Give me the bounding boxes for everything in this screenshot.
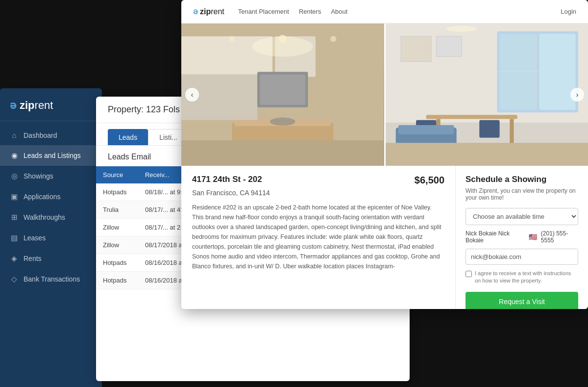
rents-icon: ◈ (10, 254, 19, 263)
bank-icon: ◇ (10, 275, 19, 284)
living-img-bg (386, 24, 588, 166)
svg-point-31 (446, 26, 477, 31)
leads-icon: ◉ (10, 151, 19, 160)
walkthroughs-icon: ⊞ (10, 213, 19, 222)
sidebar-item-dashboard[interactable]: ⌂ Dashboard (0, 125, 102, 145)
sidebar-item-label: Applications (24, 193, 61, 201)
leases-icon: ▤ (10, 233, 19, 242)
agree-checkbox[interactable] (466, 271, 472, 277)
property-card: ə ziprent Tenant Placement Renters About… (181, 0, 588, 309)
ziprent-navbar: ə ziprent Tenant Placement Renters About… (181, 0, 588, 24)
svg-rect-21 (426, 115, 517, 119)
svg-rect-9 (181, 140, 384, 166)
showings-icon: ◎ (10, 172, 19, 181)
sidebar-item-label: Rents (24, 255, 42, 262)
property-details: 4171 24th St - 202 $6,500 San Francisco,… (181, 166, 456, 309)
sidebar-item-label: Leads and Listings (24, 152, 81, 159)
svg-rect-23 (510, 119, 514, 145)
sidebar: ə ziprent ⌂ Dashboard ◉ Leads and Listin… (0, 88, 102, 387)
sidebar-item-showings[interactable]: ◎ Showings (0, 166, 102, 186)
svg-rect-29 (401, 36, 431, 62)
nav-login[interactable]: Login (561, 8, 576, 15)
sidebar-item-walkthroughs[interactable]: ⊞ Walkthroughs (0, 207, 102, 228)
property-body: 4171 24th St - 202 $6,500 San Francisco,… (181, 166, 588, 309)
sidebar-logo: ə ziprent (0, 88, 102, 121)
contact-name: Nick Bokaie Nick Bokaie (466, 230, 525, 244)
agree-row: I agree to receive a text with instructi… (466, 270, 578, 285)
agree-label: I agree to receive a text with instructi… (475, 270, 578, 285)
nav-links: Tenant Placement Renters About (238, 8, 561, 15)
sidebar-item-label: Bank Transactions (24, 275, 80, 283)
kitchen-image (181, 24, 384, 166)
image-next-arrow[interactable]: › (570, 88, 584, 102)
applications-icon: ▣ (10, 192, 19, 201)
cell-source: Hotpads (96, 254, 138, 272)
dashboard-icon: ⌂ (10, 131, 19, 139)
property-images: ‹ › (181, 24, 588, 166)
sidebar-item-rents[interactable]: ◈ Rents (0, 248, 102, 269)
svg-rect-25 (479, 120, 499, 138)
ziprent-z: ə (193, 7, 198, 16)
living-room-image (386, 24, 588, 166)
sidebar-item-label: Walkthroughs (24, 213, 65, 221)
sidebar-item-bank-transactions[interactable]: ◇ Bank Transactions (0, 269, 102, 289)
ziprent-name: ziprent (200, 7, 224, 16)
request-visit-button[interactable]: Request a Visit (466, 292, 578, 309)
flag-icon: 🇺🇸 (529, 233, 537, 241)
sidebar-item-label: Leases (24, 234, 46, 242)
contact-phone: (201) 555-5555 (541, 230, 578, 244)
svg-rect-4 (260, 75, 305, 105)
sidebar-logo-text: ziprent (20, 99, 53, 112)
svg-point-13 (330, 36, 336, 42)
sidebar-item-label: Dashboard (24, 131, 57, 139)
svg-rect-28 (386, 143, 588, 166)
col-source: Source (96, 166, 138, 183)
address-price-row: 4171 24th St - 202 $6,500 (192, 175, 444, 186)
property-city: San Francisco, CA 94114 (192, 189, 444, 197)
sidebar-item-applications[interactable]: ▣ Applications (0, 186, 102, 207)
sidebar-item-leads-and-listings[interactable]: ◉ Leads and Listings (0, 145, 102, 166)
cell-source: Zillow (96, 219, 138, 236)
nav-about[interactable]: About (331, 8, 347, 15)
schedule-panel: Schedule a Showing With Ziprent, you can… (456, 166, 588, 309)
contact-email-display: nick@bokaie.com (466, 249, 578, 265)
svg-point-12 (229, 36, 235, 42)
nav-tenant-placement[interactable]: Tenant Placement (238, 8, 289, 15)
cell-source: Hotpads (96, 183, 138, 201)
cell-source: Hotpads (96, 272, 138, 289)
property-price: $6,500 (415, 175, 444, 186)
kitchen-img-bg (181, 24, 384, 166)
cell-source: Trulia (96, 201, 138, 219)
svg-rect-30 (436, 36, 462, 56)
sidebar-item-label: Showings (24, 172, 53, 180)
svg-point-7 (270, 118, 295, 126)
schedule-subtitle: With Ziprent, you can view the property … (466, 187, 578, 201)
sidebar-divider (0, 121, 102, 121)
property-address: 4171 24th St - 202 (192, 175, 262, 184)
nav-renters[interactable]: Renters (299, 8, 321, 15)
ziprent-logo: ə ziprent (193, 7, 224, 16)
sidebar-item-leases[interactable]: ▤ Leases (0, 228, 102, 248)
tab-leads[interactable]: Leads (108, 129, 148, 145)
svg-point-11 (278, 35, 287, 43)
svg-rect-27 (398, 125, 454, 134)
cell-source: Zillow (96, 236, 138, 254)
contact-row: Nick Bokaie Nick Bokaie 🇺🇸 (201) 555-555… (466, 230, 578, 244)
time-select[interactable]: Choose an available time (466, 208, 578, 225)
image-prev-arrow[interactable]: ‹ (185, 88, 199, 102)
schedule-title: Schedule a Showing (466, 175, 578, 184)
ziprent-z-icon: ə (10, 99, 17, 112)
property-description: Residence #202 is an upscale 2-bed 2-bat… (192, 203, 444, 271)
